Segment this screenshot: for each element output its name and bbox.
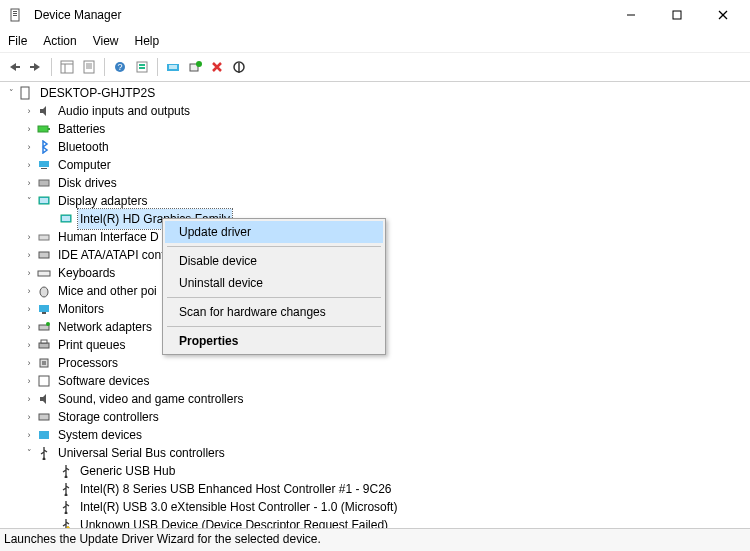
menu-help[interactable]: Help [135, 34, 160, 48]
expander-closed-icon[interactable]: › [22, 374, 36, 388]
svg-rect-9 [30, 66, 34, 68]
svg-rect-41 [39, 305, 49, 312]
action-tool-button[interactable] [132, 57, 152, 77]
expander-closed-icon[interactable]: › [22, 140, 36, 154]
usb-icon [58, 463, 74, 479]
menu-file[interactable]: File [8, 34, 27, 48]
category-batteries[interactable]: › Batteries [4, 120, 750, 138]
category-display[interactable]: ˅ Display adapters [4, 192, 750, 210]
bluetooth-icon [36, 139, 52, 155]
device-generic-usb-hub[interactable]: Generic USB Hub [4, 462, 750, 480]
category-label: Processors [56, 353, 120, 373]
menu-view[interactable]: View [93, 34, 119, 48]
category-storage[interactable]: › Storage controllers [4, 408, 750, 426]
svg-rect-32 [39, 180, 49, 186]
ide-icon [36, 247, 52, 263]
keyboard-icon [36, 265, 52, 281]
svg-rect-30 [39, 161, 49, 167]
device-label: Generic USB Hub [78, 461, 177, 481]
scan-hardware-button[interactable] [185, 57, 205, 77]
svg-rect-48 [42, 361, 46, 365]
svg-rect-39 [38, 271, 50, 276]
category-system[interactable]: › System devices [4, 426, 750, 444]
menubar: File Action View Help [0, 30, 750, 53]
menu-action[interactable]: Action [43, 34, 76, 48]
expander-closed-icon[interactable]: › [22, 230, 36, 244]
storage-icon [36, 409, 52, 425]
category-processors[interactable]: › Processors [4, 354, 750, 372]
svg-rect-38 [39, 252, 49, 258]
expander-closed-icon[interactable]: › [22, 356, 36, 370]
category-software[interactable]: › Software devices [4, 372, 750, 390]
device-tree[interactable]: ˅ DESKTOP-GHJTP2S › Audio inputs and out… [0, 82, 750, 528]
category-usb[interactable]: ˅ Universal Serial Bus controllers [4, 444, 750, 462]
expander-closed-icon[interactable]: › [22, 302, 36, 316]
category-audio[interactable]: › Audio inputs and outputs [4, 102, 750, 120]
maximize-button[interactable] [654, 0, 700, 30]
category-bluetooth[interactable]: › Bluetooth [4, 138, 750, 156]
properties-button[interactable] [79, 57, 99, 77]
svg-rect-8 [16, 66, 20, 68]
svg-point-40 [40, 287, 48, 297]
context-disable-device[interactable]: Disable device [165, 250, 383, 272]
expander-closed-icon[interactable]: › [22, 266, 36, 280]
device-label: Intel(R) 8 Series USB Enhanced Host Cont… [78, 479, 393, 499]
device-unknown-usb[interactable]: ! Unknown USB Device (Device Descriptor … [4, 516, 750, 528]
svg-rect-27 [21, 87, 29, 99]
expander-none-icon [44, 500, 58, 514]
tree-root[interactable]: ˅ DESKTOP-GHJTP2S [4, 84, 750, 102]
expander-open-icon[interactable]: ˅ [4, 86, 18, 100]
expander-open-icon[interactable]: ˅ [22, 194, 36, 208]
svg-rect-45 [39, 343, 49, 348]
category-computer[interactable]: › Computer [4, 156, 750, 174]
uninstall-device-button[interactable] [207, 57, 227, 77]
expander-closed-icon[interactable]: › [22, 392, 36, 406]
svg-rect-5 [673, 11, 681, 19]
expander-closed-icon[interactable]: › [22, 158, 36, 172]
context-uninstall-device[interactable]: Uninstall device [165, 272, 383, 294]
expander-none-icon [44, 464, 58, 478]
forward-button[interactable] [26, 57, 46, 77]
expander-closed-icon[interactable]: › [22, 338, 36, 352]
device-intel-xhci[interactable]: Intel(R) USB 3.0 eXtensible Host Control… [4, 498, 750, 516]
back-button[interactable] [4, 57, 24, 77]
expander-closed-icon[interactable]: › [22, 248, 36, 262]
svg-rect-28 [38, 126, 48, 132]
expander-closed-icon[interactable]: › [22, 104, 36, 118]
device-intel-ehci[interactable]: Intel(R) 8 Series USB Enhanced Host Cont… [4, 480, 750, 498]
expander-closed-icon[interactable]: › [22, 320, 36, 334]
update-driver-button[interactable] [163, 57, 183, 77]
svg-rect-23 [169, 65, 177, 69]
category-label: IDE ATA/ATAPI cont [56, 245, 166, 265]
expander-open-icon[interactable]: ˅ [22, 446, 36, 460]
category-disk[interactable]: › Disk drives [4, 174, 750, 192]
help-button[interactable]: ? [110, 57, 130, 77]
expander-none-icon [44, 518, 58, 528]
expander-closed-icon[interactable]: › [22, 122, 36, 136]
context-properties[interactable]: Properties [165, 330, 383, 352]
show-hide-tree-button[interactable] [57, 57, 77, 77]
expander-closed-icon[interactable]: › [22, 284, 36, 298]
expander-closed-icon[interactable]: › [22, 428, 36, 442]
category-label: Software devices [56, 371, 151, 391]
category-label: Storage controllers [56, 407, 161, 427]
battery-icon [36, 121, 52, 137]
category-sound[interactable]: › Sound, video and game controllers [4, 390, 750, 408]
context-scan-hardware[interactable]: Scan for hardware changes [165, 301, 383, 323]
category-label: Disk drives [56, 173, 119, 193]
category-label: Monitors [56, 299, 106, 319]
device-manager-window: Device Manager File Action View Help ? [0, 0, 750, 551]
svg-rect-34 [40, 198, 48, 203]
printer-icon [36, 337, 52, 353]
svg-point-53 [65, 476, 68, 479]
menu-separator [167, 326, 381, 327]
expander-closed-icon[interactable]: › [22, 410, 36, 424]
disable-device-button[interactable] [229, 57, 249, 77]
expander-closed-icon[interactable]: › [22, 176, 36, 190]
svg-rect-46 [41, 340, 47, 343]
close-button[interactable] [700, 0, 746, 30]
context-update-driver[interactable]: Update driver [165, 221, 383, 243]
category-label: System devices [56, 425, 144, 445]
minimize-button[interactable] [608, 0, 654, 30]
computer-root-icon [18, 85, 34, 101]
